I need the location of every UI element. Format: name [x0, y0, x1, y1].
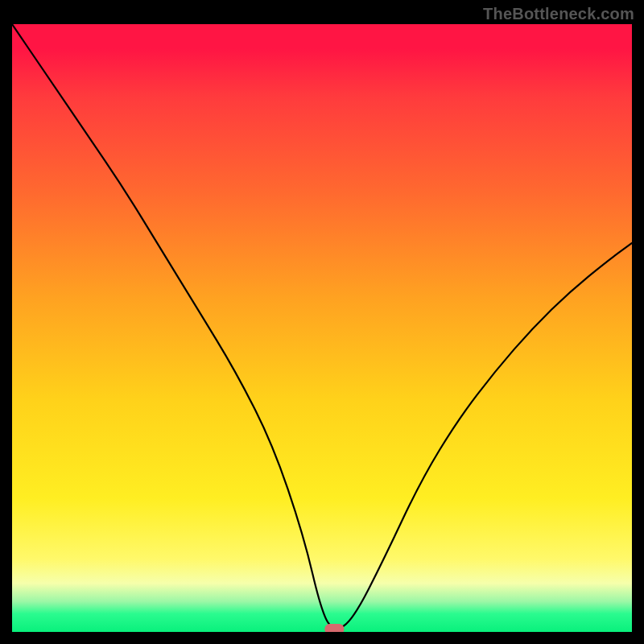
plot-area [12, 24, 632, 632]
chart-frame: TheBottleneck.com [0, 0, 644, 644]
curve-layer [12, 24, 632, 632]
minimum-marker [324, 624, 344, 632]
watermark-text: TheBottleneck.com [483, 5, 634, 23]
bottleneck-curve [12, 24, 632, 628]
